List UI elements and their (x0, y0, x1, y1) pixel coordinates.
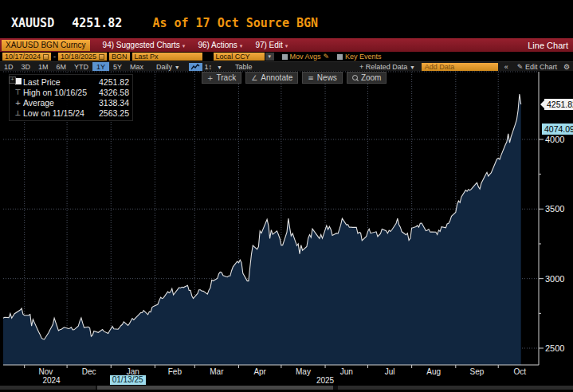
legend-row[interactable]: ⊤High on 10/16/254326.58 (13, 87, 129, 97)
horizontal-scrollbar[interactable] (0, 386, 573, 390)
related-data-label: + Related Data (359, 63, 407, 71)
x-month-label: Jul (385, 367, 395, 376)
x-year-label: 2025 (316, 376, 335, 385)
price-type-field[interactable]: Last Px (132, 53, 202, 61)
edit-chart-label: Edit Chart (525, 63, 557, 71)
tracked-value-axis-badge: 4074.09 (542, 123, 573, 135)
menu-item-2[interactable]: 96) Actions▾ (198, 41, 242, 49)
related-data-button[interactable]: + Related Data ▼ (359, 63, 415, 71)
legend-row[interactable]: ⊥Low on 11/15/242563.25 (13, 108, 129, 118)
header-line: XAUUSD4251.82As of 17 Oct Source BGN (11, 16, 318, 30)
currency-field[interactable]: Local CCY (214, 53, 265, 61)
collapse-button[interactable]: « (504, 63, 508, 71)
tool-news-button[interactable]: ≡News (302, 72, 343, 84)
legend-label: Last Price (23, 77, 99, 87)
key-events-checkbox[interactable] (337, 54, 343, 60)
chart-region: NovDecJanFebMarAprMayJunJulAugSepOct2024… (0, 71, 573, 392)
calendar-icon[interactable] (43, 54, 49, 60)
chevron-down-icon: ▾ (240, 43, 243, 49)
header-ticker: XAUUSD (11, 16, 54, 30)
legend-row[interactable]: Last Price4251.82 (13, 76, 129, 87)
x-month-label: May (296, 367, 311, 376)
y-tick-label: 2500 (545, 343, 564, 353)
chevron-down-icon: ▾ (182, 43, 186, 49)
chart-legend[interactable]: + Last Price4251.82⊤High on 10/16/254326… (9, 74, 133, 121)
edit-chart-button[interactable]: ✎ Edit Chart (515, 63, 557, 71)
last-price-axis-badge: 4251.82 (544, 99, 573, 110)
date-from-field[interactable]: 10/17/2024 (2, 53, 51, 61)
high-marker: ⊤ (13, 88, 23, 96)
legend-value: 3138.34 (99, 98, 129, 108)
scrollbar-segment[interactable] (0, 386, 96, 390)
x-month-label: Apr (253, 367, 266, 376)
menu-items: 94) Suggested Charts▾96) Actions▾97) Edi… (90, 41, 288, 49)
average-marker: + (13, 99, 23, 107)
x-month-label: Nov (39, 367, 53, 376)
x-month-label: Oct (513, 367, 526, 376)
date-from-value: 10/17/2024 (5, 53, 41, 61)
panel-count-value: 1 (205, 63, 209, 71)
range-bar-right: + Related Data ▼ Add Data « ✎ Edit Chart… (359, 63, 570, 71)
y-tick-label: 4000 (545, 135, 564, 144)
tracked-date-axis-badge: 01/13/25 (110, 375, 146, 385)
source-field[interactable]: BGN (109, 53, 130, 61)
field-bar: 10/17/2024 - 10/18/2025 BGN Last Px Loca… (0, 52, 573, 61)
tool-label: Annotate (261, 73, 292, 82)
legend-rows: Last Price4251.82⊤High on 10/16/254326.5… (13, 76, 129, 118)
x-month-label: Aug (426, 367, 441, 376)
date-to-field[interactable]: 10/18/2025 (58, 53, 107, 61)
legend-value: 2563.25 (99, 108, 129, 118)
header-asof: As of 17 Oct Source BGN (152, 16, 318, 30)
legend-label: Low on 11/15/24 (23, 108, 99, 118)
terminal-header: XAUUSD4251.82As of 17 Oct Source BGN (0, 0, 573, 38)
tool-annotate-button[interactable]: ∠Annotate (245, 72, 298, 84)
mov-avgs-label[interactable]: Mov Avgs (290, 53, 321, 61)
scrollbar-thumb[interactable] (97, 386, 333, 390)
add-data-input[interactable]: Add Data (422, 63, 498, 71)
y-tick-label: 3000 (545, 274, 564, 284)
mov-avgs-checkbox[interactable] (282, 54, 288, 60)
gear-icon[interactable]: ⚙ (563, 63, 570, 71)
menu-bar: XAUUSD BGN Curncy 94) Suggested Charts▾9… (0, 38, 573, 52)
security-field[interactable]: XAUUSD BGN Curncy (2, 40, 90, 51)
date-separator: - (53, 53, 56, 61)
chevron-down-icon: ▾ (285, 43, 288, 49)
mov-avgs-edit-icon[interactable]: ✎ (323, 53, 329, 61)
currency-dropdown-button[interactable]: ▼ (265, 53, 274, 61)
x-year-label: 2024 (42, 376, 61, 385)
tool-label: News (317, 73, 337, 82)
x-month-label: Sep (470, 367, 485, 376)
date-to-value: 10/18/2025 (61, 53, 96, 61)
tool-label: Zoom (361, 73, 382, 82)
chart-type-line-button[interactable] (189, 63, 202, 71)
menu-item-3[interactable]: 97) Edit▾ (255, 41, 288, 49)
scrollbar-segment[interactable] (338, 386, 573, 390)
key-events-label[interactable]: Key Events (345, 53, 382, 61)
tool-label: Track (217, 73, 237, 82)
x-month-label: Feb (168, 367, 182, 376)
legend-label: High on 10/16/25 (23, 88, 99, 97)
annotate-icon: ∠ (251, 74, 257, 82)
x-month-label: Jun (340, 367, 353, 376)
track-icon: + (207, 74, 214, 82)
x-month-label: Dec (82, 367, 96, 376)
legend-value: 4251.82 (99, 77, 129, 87)
chart-type-label: Line Chart (528, 41, 568, 50)
tool-track-button[interactable]: +Track (202, 72, 241, 84)
legend-label: Average (23, 98, 99, 108)
price-area-fill (3, 94, 521, 365)
legend-row[interactable]: +Average3138.34 (13, 97, 129, 108)
chart-tools-toolbar: +Track∠Annotate≡NewsZoom (202, 72, 387, 84)
line-chart-icon (191, 64, 200, 70)
menu-item-1[interactable]: 94) Suggested Charts▾ (103, 41, 186, 49)
edit-pencil-icon: ✎ (517, 63, 524, 71)
legend-value: 4326.58 (99, 88, 129, 97)
y-tick-label: 3500 (545, 204, 564, 214)
frequency-label: Daily (156, 63, 172, 71)
legend-expander-icon[interactable]: + (9, 76, 16, 84)
header-last-price: 4251.82 (72, 16, 122, 30)
zoom-icon (352, 75, 358, 80)
low-marker: ⊥ (13, 109, 23, 117)
calendar-icon[interactable] (99, 54, 104, 60)
tool-zoom-button[interactable]: Zoom (347, 72, 387, 84)
